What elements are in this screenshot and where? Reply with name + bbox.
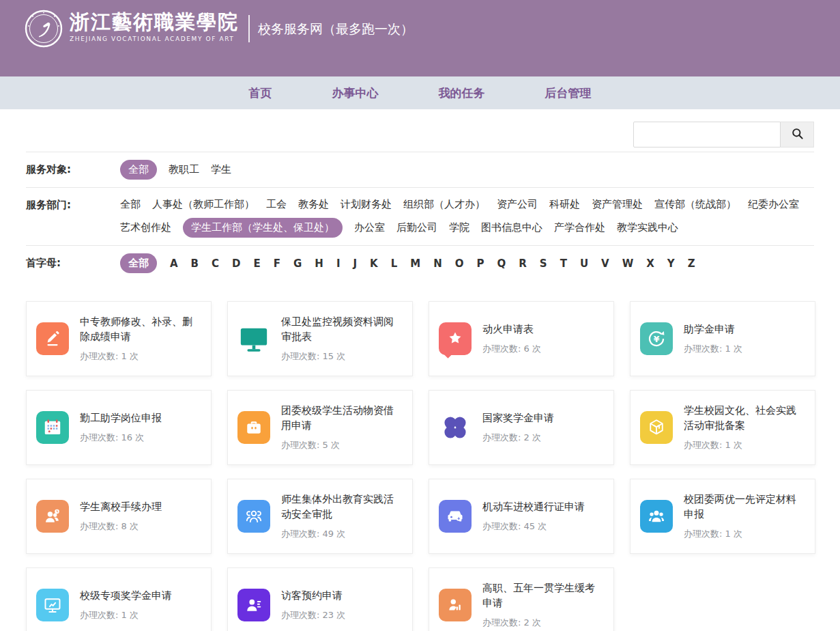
service-card[interactable]: 访客预约申请 办理次数: 23 次 — [227, 567, 413, 631]
filter-option[interactable]: 计划财务处 — [341, 195, 392, 214]
filter-option[interactable]: 全部 — [120, 160, 157, 180]
filter-option-letter[interactable]: D — [232, 255, 240, 272]
service-count: 办理次数: 1 次 — [80, 350, 201, 363]
service-count: 办理次数: 2 次 — [482, 617, 604, 629]
dept-options: 全部人事处（教师工作部）工会教务处计划财务处组织部（人才办）资产公司科研处资产管… — [120, 195, 814, 238]
filter-option-letter[interactable]: W — [622, 255, 634, 272]
service-title: 校级专项奖学金申请 — [80, 589, 172, 604]
filter-option-letter[interactable]: Q — [497, 255, 506, 272]
filter-option[interactable]: 艺术创作处 — [120, 219, 171, 237]
filter-option[interactable]: 产学合作处 — [554, 219, 605, 237]
service-card[interactable]: 学生校园文化、社会实践活动审批备案 办理次数: 1 次 — [630, 390, 815, 465]
service-count: 办理次数: 1 次 — [684, 528, 805, 540]
filter-option-letter[interactable]: X — [646, 255, 654, 272]
card-text: 助学金申请 办理次数: 1 次 — [684, 322, 742, 355]
service-card[interactable]: 学生离校手续办理 办理次数: 8 次 — [26, 479, 212, 554]
service-title: 师生集体外出教育实践活动安全审批 — [281, 492, 403, 522]
filter-option-letter[interactable]: F — [274, 255, 280, 272]
group-outline-icon — [237, 500, 270, 533]
service-title: 学生校园文化、社会实践活动审批备案 — [684, 404, 805, 434]
service-count: 办理次数: 1 次 — [80, 609, 172, 621]
service-title: 勤工助学岗位申报 — [80, 411, 162, 426]
card-text: 动火申请表 办理次数: 6 次 — [482, 322, 541, 355]
service-count: 办理次数: 6 次 — [482, 343, 541, 355]
service-card[interactable]: 勤工助学岗位申报 办理次数: 16 次 — [26, 390, 212, 465]
filter-option-letter[interactable]: G — [293, 255, 302, 272]
filter-option-letter[interactable]: K — [370, 255, 378, 272]
filter-option-letter[interactable]: A — [170, 255, 178, 272]
service-count: 办理次数: 1 次 — [684, 343, 742, 355]
filter-option[interactable]: 资产公司 — [497, 195, 538, 214]
filter-option-letter[interactable]: P — [477, 255, 484, 272]
service-title: 动火申请表 — [482, 322, 541, 337]
filter-option-letter[interactable]: 全部 — [120, 253, 157, 273]
card-text: 访客预约申请 办理次数: 23 次 — [281, 589, 345, 621]
service-count: 办理次数: 2 次 — [482, 432, 554, 444]
service-count: 办理次数: 8 次 — [80, 520, 162, 533]
pencil-icon — [36, 322, 69, 355]
service-card[interactable]: 校级专项奖学金申请 办理次数: 1 次 — [26, 567, 212, 631]
service-card[interactable]: 高职、五年一贯学生缓考申请 办理次数: 2 次 — [429, 567, 614, 631]
search-icon — [791, 127, 804, 142]
filter-service-dept: 服务部门: 全部人事处（教师工作部）工会教务处计划财务处组织部（人才办）资产公司… — [26, 187, 814, 245]
filter-option-letter[interactable]: J — [353, 255, 357, 272]
filter-option-letter[interactable]: B — [191, 255, 199, 272]
service-card[interactable]: 国家奖学金申请 办理次数: 2 次 — [429, 390, 614, 465]
service-card[interactable]: 保卫处监控视频资料调阅审批表 办理次数: 15 次 — [227, 301, 413, 376]
filter-option-letter[interactable]: V — [601, 255, 609, 272]
filter-option[interactable]: 科研处 — [549, 195, 580, 214]
service-card[interactable]: ¥ 助学金申请 办理次数: 1 次 — [630, 301, 815, 376]
filter-option-letter[interactable]: H — [315, 255, 323, 272]
nav-item-service-center[interactable]: 办事中心 — [332, 85, 379, 101]
service-card[interactable]: 中专教师修改、补录、删除成绩申请 办理次数: 1 次 — [26, 301, 212, 376]
service-card[interactable]: 动火申请表 办理次数: 6 次 — [429, 301, 614, 376]
filter-option[interactable]: 办公室 — [354, 219, 385, 237]
service-count: 办理次数: 23 次 — [281, 609, 345, 621]
filter-option[interactable]: 资产管理处 — [592, 195, 643, 214]
card-text: 中专教师修改、补录、删除成绩申请 办理次数: 1 次 — [80, 315, 201, 363]
filter-option-letter[interactable]: Y — [667, 255, 675, 272]
filter-option[interactable]: 图书信息中心 — [481, 219, 542, 237]
filter-option[interactable]: 全部 — [120, 195, 141, 214]
filter-option[interactable]: 组织部（人才办） — [403, 195, 485, 214]
filter-option[interactable]: 学生 — [211, 160, 231, 179]
filter-option-letter[interactable]: I — [336, 255, 341, 272]
filter-option[interactable]: 学生工作部（学生处、保卫处） — [183, 218, 343, 238]
filter-option[interactable]: 教学实践中心 — [617, 219, 678, 237]
card-text: 国家奖学金申请 办理次数: 2 次 — [482, 411, 554, 444]
filter-option[interactable]: 教职工 — [169, 160, 199, 179]
card-text: 校级专项奖学金申请 办理次数: 1 次 — [80, 589, 172, 621]
search-input[interactable] — [633, 122, 781, 148]
filter-option-letter[interactable]: L — [391, 255, 398, 272]
card-text: 学生校园文化、社会实践活动审批备案 办理次数: 1 次 — [684, 404, 805, 451]
filter-option-letter[interactable]: S — [540, 255, 547, 272]
service-card[interactable]: 团委校级学生活动物资借用申请 办理次数: 5 次 — [227, 390, 413, 465]
filter-option-letter[interactable]: M — [410, 255, 420, 272]
filter-option-letter[interactable]: U — [580, 255, 588, 272]
nav-item-admin[interactable]: 后台管理 — [545, 85, 592, 101]
filter-option-letter[interactable]: E — [254, 255, 261, 272]
search-button[interactable] — [781, 122, 814, 148]
filter-option[interactable]: 人事处（教师工作部） — [152, 195, 255, 214]
dept-options-row1: 全部人事处（教师工作部）工会教务处计划财务处组织部（人才办）资产公司科研处资产管… — [120, 195, 814, 214]
filter-option-letter[interactable]: Z — [688, 255, 695, 272]
filter-option[interactable]: 学院 — [449, 219, 469, 237]
filter-option-letter[interactable]: C — [212, 255, 219, 272]
filter-option[interactable]: 纪委办公室 — [748, 195, 799, 214]
service-card[interactable]: 师生集体外出教育实践活动安全审批 办理次数: 49 次 — [227, 479, 413, 554]
filter-option-letter[interactable]: O — [455, 255, 464, 272]
nav-item-home[interactable]: 首页 — [249, 85, 272, 101]
initial-options: 全部ABCDEFGHIJKLMNOPQRSTUVWXYZ — [120, 253, 814, 273]
service-card[interactable]: 机动车进校通行证申请 办理次数: 45 次 — [429, 479, 614, 554]
service-card[interactable]: 校团委两优一先评定材料申报 办理次数: 1 次 — [630, 479, 815, 554]
filter-option[interactable]: 教务处 — [298, 195, 329, 214]
filter-option-letter[interactable]: T — [560, 255, 567, 272]
filter-option[interactable]: 工会 — [266, 195, 287, 214]
filter-label-dept: 服务部门: — [26, 195, 120, 238]
filter-option[interactable]: 宣传部（统战部） — [654, 195, 736, 214]
cube-icon — [640, 411, 673, 444]
filter-option-letter[interactable]: R — [519, 255, 527, 272]
filter-option[interactable]: 后勤公司 — [396, 219, 437, 237]
nav-item-my-tasks[interactable]: 我的任务 — [439, 85, 485, 101]
filter-option-letter[interactable]: N — [433, 255, 442, 272]
